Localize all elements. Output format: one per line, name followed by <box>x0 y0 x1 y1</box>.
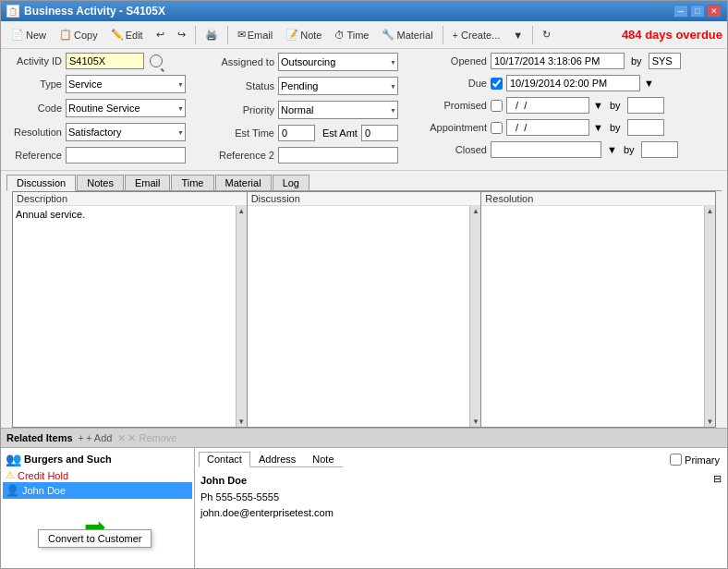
tab-log[interactable]: Log <box>273 175 309 190</box>
separator-3 <box>443 26 443 44</box>
copy-button[interactable]: 📋 Copy <box>54 24 103 46</box>
email-button[interactable]: ✉ Email <box>232 24 279 46</box>
company-name: Burgers and Such <box>24 454 112 465</box>
separator-1 <box>195 26 196 44</box>
est-amt-input[interactable] <box>361 125 398 141</box>
contact-tab-contact[interactable]: Contact <box>199 452 250 467</box>
close-button[interactable]: ✕ <box>707 5 722 18</box>
scroll-up-arrow-2[interactable]: ▲ <box>471 206 480 216</box>
time-button[interactable]: ⏱ Time <box>329 24 374 46</box>
appointment-input[interactable] <box>506 119 589 136</box>
promised-input[interactable] <box>506 97 589 114</box>
convert-tooltip[interactable]: Convert to Customer <box>38 529 152 548</box>
resolution-content[interactable]: ▲ ▼ <box>481 206 715 427</box>
scroll-down-arrow-3[interactable]: ▼ <box>706 417 715 427</box>
assigned-to-select[interactable]: Outsourcing <box>278 53 398 71</box>
reference2-input[interactable] <box>278 147 398 163</box>
undo-button[interactable]: ↩ <box>151 24 170 46</box>
code-label: Code <box>6 103 62 114</box>
closed-input[interactable] <box>491 141 601 158</box>
tab-notes[interactable]: Notes <box>77 175 124 190</box>
appointment-by-input[interactable] <box>627 119 664 136</box>
redo-button[interactable]: ↪ <box>172 24 191 46</box>
type-select[interactable]: Service <box>66 75 186 93</box>
est-time-input[interactable] <box>278 125 315 141</box>
remove-related-button[interactable]: ✕ ✕ Remove <box>117 432 176 444</box>
primary-checkbox[interactable] <box>670 454 682 466</box>
primary-label: Primary <box>685 454 720 466</box>
appointment-label: Appointment <box>422 122 487 133</box>
tab-email[interactable]: Email <box>125 175 171 190</box>
status-label: Status <box>219 80 274 91</box>
more-dropdown-button[interactable]: ▼ <box>507 24 528 46</box>
create-button[interactable]: + Create... <box>447 24 506 46</box>
resolution-select[interactable]: Satisfactory <box>66 123 186 141</box>
due-dropdown-icon[interactable]: ▼ <box>644 78 654 89</box>
appointment-checkbox[interactable] <box>491 122 503 134</box>
person-name: John Doe <box>22 485 66 496</box>
appointment-dropdown-icon[interactable]: ▼ <box>593 122 603 133</box>
promised-by-input[interactable] <box>627 97 664 114</box>
priority-select[interactable]: Normal <box>278 101 398 119</box>
priority-row: Priority Normal <box>219 101 413 119</box>
note-button[interactable]: 📝 Note <box>280 24 327 46</box>
material-button[interactable]: 🔧 Material <box>376 24 438 46</box>
description-content[interactable]: Annual service. ▲ ▼ <box>13 206 247 427</box>
add-related-button[interactable]: + + Add <box>79 432 113 443</box>
due-input[interactable] <box>506 75 640 91</box>
opened-by-input[interactable] <box>649 53 681 69</box>
resolution-scrollbar[interactable]: ▲ ▼ <box>704 206 715 427</box>
activity-id-input[interactable] <box>66 53 144 69</box>
contact-phone: Ph 555-555-5555 <box>200 490 334 506</box>
company-item[interactable]: 👥 Burgers and Such <box>3 450 192 468</box>
discussion-header: Discussion <box>248 192 481 206</box>
scroll-up-arrow[interactable]: ▲ <box>237 206 246 216</box>
refresh-button[interactable]: ↻ <box>537 24 556 46</box>
reference-input[interactable] <box>66 147 186 163</box>
scroll-up-arrow-3[interactable]: ▲ <box>706 206 715 216</box>
redo-icon: ↪ <box>177 29 186 41</box>
description-scrollbar[interactable]: ▲ ▼ <box>236 206 247 427</box>
discussion-area: Description Annual service. ▲ ▼ Discussi… <box>6 191 722 428</box>
search-icon[interactable] <box>150 54 163 67</box>
closed-by-input[interactable] <box>641 141 678 158</box>
due-checkbox[interactable] <box>491 78 503 90</box>
by-label-promised: by <box>610 100 621 111</box>
opened-input[interactable] <box>491 53 625 69</box>
discussion-scrollbar[interactable]: ▲ ▼ <box>469 206 480 427</box>
print-button[interactable]: 🖨️ <box>200 24 224 46</box>
reference-row: Reference <box>6 147 210 163</box>
by-label-closed: by <box>624 144 635 155</box>
maximize-button[interactable]: □ <box>690 5 705 18</box>
type-row: Type Service <box>6 75 210 93</box>
discussion-content[interactable]: ▲ ▼ <box>248 206 481 427</box>
edit-button[interactable]: ✏️ Edit <box>105 24 149 46</box>
code-select[interactable]: Routine Service <box>66 99 186 117</box>
person-item[interactable]: 👤 John Doe <box>3 482 192 499</box>
contact-tab-note[interactable]: Note <box>304 452 342 466</box>
contact-expand-button[interactable]: ⊟ <box>711 471 723 524</box>
minimize-button[interactable]: ─ <box>673 5 688 18</box>
description-text: Annual service. <box>16 209 85 220</box>
promised-checkbox[interactable] <box>491 100 503 112</box>
contact-email: john.doe@enterprisetest.com <box>200 505 334 522</box>
tab-time[interactable]: Time <box>171 175 213 190</box>
primary-area: Primary <box>666 452 723 467</box>
discussion-col: Discussion ▲ ▼ <box>248 191 482 428</box>
time-icon: ⏱ <box>334 30 345 41</box>
tab-discussion[interactable]: Discussion <box>6 175 76 191</box>
contact-tabs: Contact Address Note <box>199 452 343 467</box>
new-button[interactable]: 📄 New <box>6 24 52 46</box>
opened-row: Opened by <box>422 53 722 69</box>
main-window: 📋 Business Activity - S4105X ─ □ ✕ 📄 New… <box>0 0 728 569</box>
tab-material[interactable]: Material <box>215 175 272 190</box>
promised-dropdown-icon[interactable]: ▼ <box>593 100 603 111</box>
status-select[interactable]: Pending <box>278 77 398 95</box>
contact-tab-address[interactable]: Address <box>250 452 304 466</box>
closed-dropdown-icon[interactable]: ▼ <box>607 144 617 155</box>
related-items-bar: Related Items + + Add ✕ ✕ Remove <box>1 428 727 448</box>
email-icon: ✉ <box>237 29 246 41</box>
scroll-down-arrow-2[interactable]: ▼ <box>471 417 480 427</box>
app-icon: 📋 <box>6 5 19 18</box>
scroll-down-arrow[interactable]: ▼ <box>237 417 246 427</box>
